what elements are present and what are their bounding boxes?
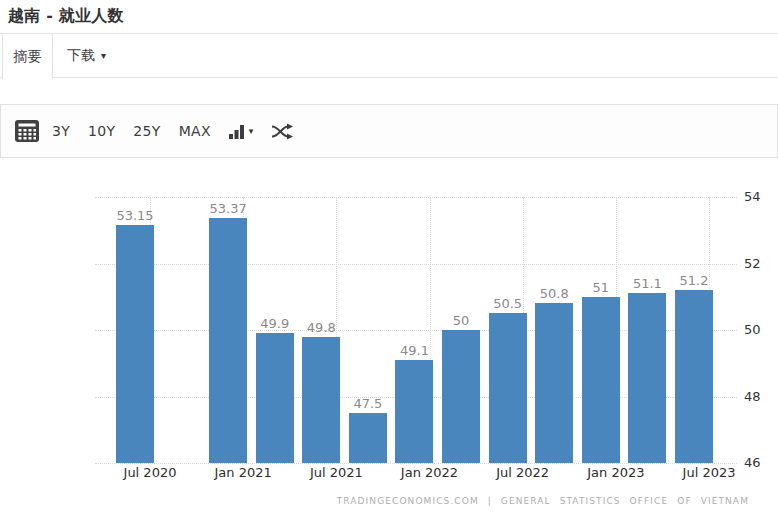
shuffle-icon <box>271 123 294 140</box>
y-axis-label: 52 <box>744 256 776 272</box>
calendar-button[interactable] <box>14 119 40 143</box>
tab-summary[interactable]: 摘要 <box>2 34 53 79</box>
chart-attribution: TRADINGECONOMICS.COM | GENERAL STATISTIC… <box>337 496 749 506</box>
calendar-icon <box>14 119 40 143</box>
range-max-button[interactable]: MAX <box>179 124 211 138</box>
x-axis-label: Jul 2020 <box>110 465 190 480</box>
bar-jul-2022[interactable] <box>489 313 527 463</box>
y-axis-label: 54 <box>744 189 776 205</box>
bar-value-label: 53.37 <box>198 201 258 216</box>
tab-download-label: 下载 <box>67 47 95 65</box>
bar-apr-2021[interactable] <box>256 333 294 463</box>
y-axis-label: 50 <box>744 322 776 338</box>
tab-download[interactable]: 下载 ▾ <box>57 34 116 78</box>
bar-value-label: 49.8 <box>291 320 351 335</box>
chart-type-button[interactable]: ▾ <box>229 124 254 139</box>
bar-apr-2023[interactable] <box>628 293 666 463</box>
caret-down-icon: ▾ <box>249 127 254 136</box>
compare-button[interactable] <box>271 123 294 140</box>
bar-jan-2022[interactable] <box>395 360 433 463</box>
tab-bar: 摘要 下载 ▾ <box>0 33 778 78</box>
bar-oct-2022[interactable] <box>535 303 573 463</box>
bar-value-label: 53.15 <box>105 208 165 223</box>
x-axis-label: Jul 2022 <box>483 465 563 480</box>
bar-oct-2021[interactable] <box>349 413 387 463</box>
range-3y-button[interactable]: 3Y <box>52 124 70 138</box>
bar-jan-2023[interactable] <box>582 297 620 463</box>
bar-value-label: 47.5 <box>338 396 398 411</box>
range-10y-button[interactable]: 10Y <box>88 124 115 138</box>
x-axis-label: Jul 2023 <box>669 465 749 480</box>
x-axis-label: Jan 2022 <box>390 465 470 480</box>
y-gridline <box>95 197 737 198</box>
bar-jul-2021[interactable] <box>302 337 340 463</box>
bar-chart: TRADINGECONOMICS.COM | GENERAL STATISTIC… <box>0 158 778 519</box>
x-axis-label: Jan 2021 <box>203 465 283 480</box>
chart-toolbar: 3Y 10Y 25Y MAX ▾ <box>0 104 778 158</box>
bar-value-label: 49.1 <box>384 343 444 358</box>
range-25y-button[interactable]: 25Y <box>133 124 160 138</box>
tab-bar-divider <box>0 77 778 78</box>
bar-value-label: 50 <box>431 313 491 328</box>
bar-apr-2022[interactable] <box>442 330 480 463</box>
bar-chart-icon <box>229 124 245 139</box>
bar-value-label: 51.2 <box>664 273 724 288</box>
y-gridline <box>95 463 737 464</box>
tab-summary-label: 摘要 <box>14 48 42 66</box>
page: 越南 - 就业人数 摘要 下载 ▾ 3Y 10Y 25Y MAX <box>0 0 778 519</box>
bar-jul-2020[interactable] <box>116 225 154 463</box>
page-header: 越南 - 就业人数 <box>0 0 778 33</box>
x-axis-label: Jul 2021 <box>296 465 376 480</box>
y-axis-label: 48 <box>744 389 776 405</box>
x-axis-label: Jan 2023 <box>576 465 656 480</box>
y-gridline <box>95 264 737 265</box>
page-title: 越南 - 就业人数 <box>8 6 124 27</box>
bar-jan-2021[interactable] <box>209 218 247 463</box>
caret-down-icon: ▾ <box>101 51 106 61</box>
bar-jul-2023[interactable] <box>675 290 713 463</box>
